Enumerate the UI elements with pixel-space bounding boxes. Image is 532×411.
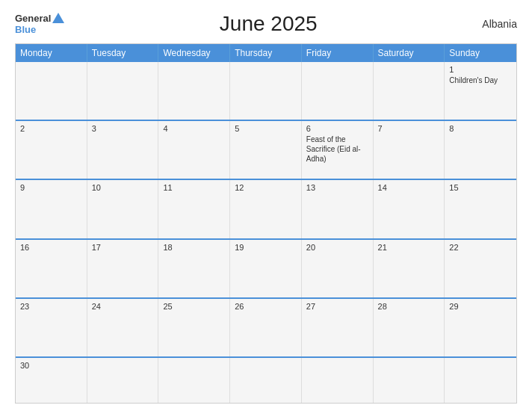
event-r1-7: Children's Day [449, 75, 512, 85]
day-21: 21 [378, 243, 440, 252]
day-1: 1 [449, 65, 512, 74]
calendar: Monday Tuesday Wednesday Thursday Friday… [15, 43, 517, 404]
day-14: 14 [378, 183, 440, 192]
cell-r3-6: 14 [374, 180, 445, 238]
event-r2-5: Feast of the Sacrifice (Eid al-Adha) [306, 135, 368, 164]
day-23: 23 [20, 302, 82, 311]
cell-r1-4 [230, 62, 302, 120]
day-12: 12 [235, 183, 297, 192]
cell-r5-4: 26 [230, 299, 302, 356]
header-wednesday: Wednesday [158, 44, 230, 62]
cell-r2-2: 3 [87, 121, 159, 179]
calendar-body: 1 Children's Day 2 3 4 5 6 [16, 62, 516, 403]
day-4: 4 [163, 124, 225, 133]
cell-r6-1: 30 [16, 358, 87, 403]
cell-r3-1: 9 [16, 180, 87, 238]
cell-r5-2: 24 [87, 299, 159, 356]
cell-r1-7: 1 Children's Day [445, 62, 516, 120]
cell-r2-7: 8 [445, 121, 516, 179]
header: General Blue June 2025 Albania [15, 12, 517, 36]
calendar-row-6: 30 [16, 356, 516, 403]
cell-r6-3 [158, 358, 230, 403]
day-13: 13 [306, 183, 368, 192]
cell-r2-4: 5 [230, 121, 302, 179]
cell-r4-6: 21 [374, 240, 445, 297]
header-tuesday: Tuesday [87, 44, 159, 62]
cell-r5-7: 29 [445, 299, 516, 356]
cell-r5-1: 23 [16, 299, 87, 356]
calendar-row-4: 16 17 18 19 20 21 22 [16, 238, 516, 297]
calendar-row-3: 9 10 11 12 13 14 15 [16, 179, 516, 238]
cell-r1-1 [16, 62, 87, 120]
cell-r6-4 [230, 358, 302, 403]
day-28: 28 [378, 302, 440, 311]
day-25: 25 [163, 302, 225, 311]
day-18: 18 [163, 243, 225, 252]
country-label: Albania [472, 18, 517, 30]
cell-r2-1: 2 [16, 121, 87, 179]
cell-r3-7: 15 [445, 180, 516, 238]
cell-r5-3: 25 [158, 299, 230, 356]
day-7: 7 [378, 124, 440, 133]
day-27: 27 [306, 302, 368, 311]
cell-r4-2: 17 [87, 240, 159, 297]
header-thursday: Thursday [230, 44, 302, 62]
calendar-row-5: 23 24 25 26 27 28 29 [16, 297, 516, 356]
cell-r2-6: 7 [374, 121, 445, 179]
header-saturday: Saturday [374, 44, 445, 62]
logo: General Blue [15, 13, 64, 35]
day-17: 17 [92, 243, 154, 252]
day-16: 16 [20, 243, 82, 252]
cell-r6-6 [374, 358, 445, 403]
cell-r5-6: 28 [374, 299, 445, 356]
cell-r2-5: 6 Feast of the Sacrifice (Eid al-Adha) [302, 121, 374, 179]
logo-general-text: General [15, 13, 51, 24]
page-title: June 2025 [64, 12, 472, 36]
calendar-header: Monday Tuesday Wednesday Thursday Friday… [16, 44, 516, 62]
cell-r4-3: 18 [158, 240, 230, 297]
cell-r3-2: 10 [87, 180, 159, 238]
calendar-row-2: 2 3 4 5 6 Feast of the Sacrifice (Eid al… [16, 120, 516, 179]
cell-r3-3: 11 [158, 180, 230, 238]
logo-triangle-icon [52, 13, 64, 23]
cell-r1-3 [158, 62, 230, 120]
day-15: 15 [449, 183, 512, 192]
cell-r1-2 [87, 62, 159, 120]
cell-r1-5 [302, 62, 374, 120]
day-29: 29 [449, 302, 512, 311]
cell-r5-5: 27 [302, 299, 374, 356]
header-friday: Friday [302, 44, 374, 62]
cell-r6-7 [445, 358, 516, 403]
logo-blue-text: Blue [15, 24, 36, 35]
day-24: 24 [92, 302, 154, 311]
page: General Blue June 2025 Albania Monday Tu… [0, 0, 532, 411]
day-22: 22 [449, 243, 512, 252]
day-11: 11 [163, 183, 225, 192]
day-30: 30 [20, 361, 82, 370]
day-6: 6 [306, 124, 368, 133]
day-20: 20 [306, 243, 368, 252]
day-10: 10 [92, 183, 154, 192]
cell-r3-4: 12 [230, 180, 302, 238]
cell-r2-3: 4 [158, 121, 230, 179]
day-2: 2 [20, 124, 82, 133]
cell-r4-7: 22 [445, 240, 516, 297]
day-8: 8 [449, 124, 512, 133]
day-5: 5 [235, 124, 297, 133]
day-9: 9 [20, 183, 82, 192]
cell-r4-5: 20 [302, 240, 374, 297]
header-monday: Monday [16, 44, 87, 62]
cell-r1-6 [374, 62, 445, 120]
day-3: 3 [92, 124, 154, 133]
day-19: 19 [235, 243, 297, 252]
cell-r4-1: 16 [16, 240, 87, 297]
cell-r4-4: 19 [230, 240, 302, 297]
cell-r3-5: 13 [302, 180, 374, 238]
header-sunday: Sunday [445, 44, 516, 62]
day-26: 26 [235, 302, 297, 311]
cell-r6-2 [87, 358, 159, 403]
calendar-row-1: 1 Children's Day [16, 62, 516, 120]
cell-r6-5 [302, 358, 374, 403]
